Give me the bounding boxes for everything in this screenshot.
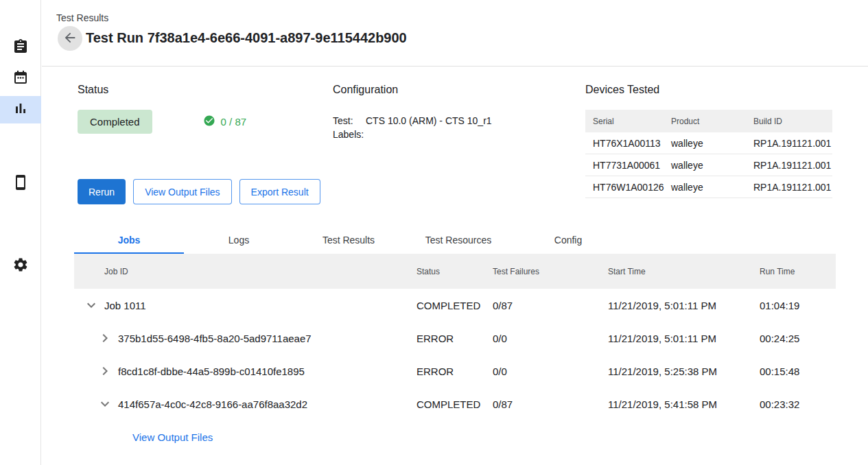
config-labels-value — [366, 128, 580, 141]
job-run-time: 00:23:32 — [760, 398, 836, 410]
device-build-id: RP1A.191121.001 — [746, 160, 832, 171]
devices-table-header: Serial Product Build ID — [585, 110, 832, 132]
device-build-id: RP1A.191121.001 — [746, 182, 832, 193]
calendar-icon — [12, 69, 29, 88]
rerun-button[interactable]: Rerun — [78, 179, 126, 204]
gear-icon — [12, 257, 29, 276]
tab-test-resources[interactable]: Test Resources — [403, 226, 513, 254]
job-status: COMPLETED — [417, 398, 493, 410]
action-buttons: Rerun View Output Files Export Result — [78, 179, 320, 204]
test-run-page: Test Results Test Run 7f38a1e4-6e66-4091… — [0, 0, 868, 465]
content: Status Completed 0 / 87 Configuration Te… — [42, 67, 868, 465]
job-start-time: 11/21/2019, 5:01:11 PM — [608, 300, 760, 311]
job-start-time: 11/21/2019, 5:25:38 PM — [608, 366, 760, 377]
job-id: Job 1011 — [104, 300, 146, 311]
device-product: walleye — [664, 160, 746, 171]
devices-section: Devices Tested Serial Product Build ID H… — [585, 84, 832, 198]
job-row: f8cd1c8f-dbbe-44a5-899b-c01410fe1895 ERR… — [74, 355, 836, 388]
device-product: walleye — [664, 138, 746, 149]
check-circle-icon — [203, 115, 215, 129]
sidebar-item-test-results[interactable] — [0, 96, 41, 123]
chevron-down-icon[interactable] — [97, 396, 113, 412]
job-start-time: 11/21/2019, 5:01:11 PM — [608, 333, 760, 344]
page-title: Test Run 7f38a1e4-6e66-4091-a897-9e11544… — [86, 30, 407, 46]
devices-heading: Devices Tested — [585, 84, 832, 96]
tab-logs[interactable]: Logs — [184, 226, 294, 254]
status-badge: Completed — [78, 110, 152, 134]
sidebar-item-devices[interactable] — [0, 170, 41, 198]
config-test-value: CTS 10.0 (ARM) - CTS 10_r1 — [366, 114, 580, 128]
tab-bar: Jobs Logs Test Results Test Resources Co… — [74, 226, 623, 254]
jobs-col-status: Status — [417, 267, 493, 276]
jobs-col-start-time: Start Time — [608, 267, 760, 276]
back-button[interactable] — [58, 26, 82, 51]
job-detail-row: View Output Files — [74, 420, 836, 453]
device-serial: HT76X1A00113 — [585, 138, 664, 149]
job-status: ERROR — [417, 366, 493, 377]
device-row: HT76X1A00113 walleye RP1A.191121.001 — [585, 132, 832, 154]
device-build-id: RP1A.191121.001 — [746, 138, 832, 149]
job-id: 375b1d55-6498-4fb5-8a20-5ad9711aeae7 — [118, 333, 312, 344]
phone-icon — [12, 174, 29, 193]
job-status: ERROR — [417, 333, 493, 344]
device-row: HT76W1A00126 walleye RP1A.191121.001 — [585, 176, 832, 198]
job-test-failures: 0/0 — [493, 333, 608, 344]
chevron-right-icon[interactable] — [97, 330, 113, 346]
jobs-col-test-failures: Test Failures — [493, 267, 608, 276]
device-row: HT7731A00061 walleye RP1A.191121.001 — [585, 154, 832, 176]
job-id: 414f657a-4c0c-42c8-9166-aa76f8aa32d2 — [118, 398, 307, 410]
job-run-time: 00:15:48 — [760, 366, 836, 377]
job-test-failures: 0/0 — [493, 366, 608, 377]
clipboard-icon — [12, 38, 29, 58]
tab-jobs[interactable]: Jobs — [74, 226, 184, 254]
job-test-failures: 0/87 — [493, 398, 608, 410]
status-section: Status Completed 0 / 87 — [78, 84, 331, 134]
breadcrumb: Test Results — [56, 12, 108, 23]
status-heading: Status — [78, 84, 331, 96]
bar-chart-icon — [12, 100, 29, 119]
jobs-table-header: Job ID Status Test Failures Start Time R… — [74, 254, 836, 289]
config-test-label: Test: — [333, 114, 366, 128]
chevron-down-icon[interactable] — [83, 297, 99, 313]
sidebar-item-test-plans[interactable] — [0, 65, 41, 93]
job-status: COMPLETED — [417, 300, 493, 311]
page-header: Test Results Test Run 7f38a1e4-6e66-4091… — [42, 0, 868, 67]
view-output-files-button[interactable]: View Output Files — [133, 179, 231, 204]
devices-col-product: Product — [664, 117, 746, 126]
arrow-back-icon — [62, 30, 78, 47]
devices-table: Serial Product Build ID HT76X1A00113 wal… — [585, 110, 832, 198]
job-view-output-files-link[interactable]: View Output Files — [132, 431, 213, 443]
devices-col-serial: Serial — [585, 117, 664, 126]
test-failure-count: 0 / 87 — [198, 115, 247, 129]
device-serial: HT76W1A00126 — [585, 182, 664, 193]
job-start-time: 11/21/2019, 5:41:58 PM — [608, 398, 760, 410]
job-row: Job 1011 COMPLETED 0/87 11/21/2019, 5:01… — [74, 289, 836, 322]
job-id: f8cd1c8f-dbbe-44a5-899b-c01410fe1895 — [118, 366, 305, 377]
sidebar-item-test-suites[interactable] — [0, 34, 41, 62]
job-row: 375b1d55-6498-4fb5-8a20-5ad9711aeae7 ERR… — [74, 322, 836, 355]
tab-test-results[interactable]: Test Results — [294, 226, 403, 254]
config-labels-label: Labels: — [333, 128, 366, 141]
jobs-table: Job ID Status Test Failures Start Time R… — [74, 254, 836, 453]
device-product: walleye — [664, 182, 746, 193]
chevron-right-icon[interactable] — [97, 363, 113, 379]
configuration-section: Configuration Test: CTS 10.0 (ARM) - CTS… — [333, 84, 580, 141]
export-result-button[interactable]: Export Result — [239, 179, 320, 204]
sidebar-item-settings[interactable] — [0, 252, 41, 280]
devices-col-buildid: Build ID — [746, 117, 832, 126]
tab-config[interactable]: Config — [513, 226, 623, 254]
device-serial: HT7731A00061 — [585, 160, 664, 171]
job-run-time: 00:24:25 — [760, 333, 836, 344]
sidebar — [0, 0, 41, 465]
job-test-failures: 0/87 — [493, 300, 608, 311]
jobs-col-job-id: Job ID — [74, 267, 417, 276]
job-row: 414f657a-4c0c-42c8-9166-aa76f8aa32d2 COM… — [74, 388, 836, 420]
failure-count-text: 0 / 87 — [221, 116, 247, 128]
jobs-col-run-time: Run Time — [760, 267, 836, 276]
job-run-time: 01:04:19 — [760, 300, 836, 311]
configuration-heading: Configuration — [333, 84, 580, 96]
